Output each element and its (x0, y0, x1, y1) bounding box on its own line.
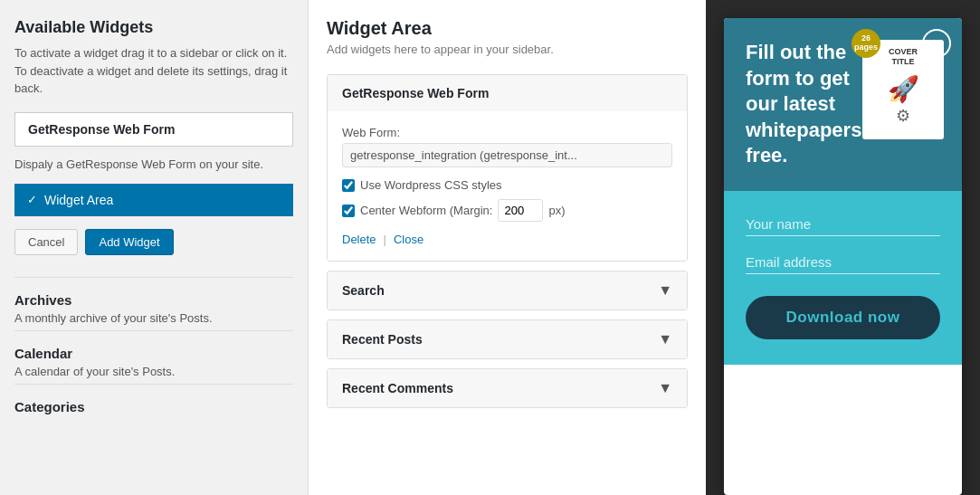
recent-posts-chevron-icon: ▼ (658, 331, 672, 347)
recent-posts-widget-header[interactable]: Recent Posts ▼ (328, 320, 687, 358)
recent-comments-widget-header[interactable]: Recent Comments ▼ (328, 369, 687, 407)
overlay-background: × Fill out the form to get our latest wh… (706, 0, 980, 495)
cover-title: COVER TITLE (889, 47, 918, 67)
popup-bottom-section: Download now (724, 191, 962, 365)
calendar-widget-item: Calendar A calendar of your site's Posts… (14, 330, 293, 384)
archives-title: Archives (14, 292, 293, 308)
available-widgets-panel: Available Widgets To activate a widget d… (0, 0, 308, 495)
widget-description: Dispaly a GetResponse Web Form on your s… (14, 157, 293, 171)
getresponse-widget-body: Web Form: Use Wordpress CSS styles Cente… (328, 111, 687, 261)
widget-actions-row: Cancel Add Widget (14, 229, 293, 255)
margin-unit: px) (548, 204, 565, 217)
widget-area-panel: Widget Area Add widgets here to appear i… (308, 0, 706, 495)
popup-close-button[interactable]: × (922, 29, 951, 58)
search-widget-section: Search ▼ (327, 271, 688, 310)
email-input[interactable] (746, 251, 940, 274)
add-widget-button[interactable]: Add Widget (85, 229, 173, 255)
getresponse-widget-section: GetResponse Web Form Web Form: Use Wordp… (327, 74, 688, 262)
calendar-title: Calendar (14, 346, 293, 361)
center-webform-label: Center Webform (Margin: (360, 204, 492, 217)
delete-link[interactable]: Delete (342, 233, 376, 246)
available-widgets-description: To activate a widget drag it to a sideba… (14, 44, 293, 98)
web-form-input[interactable] (342, 143, 672, 167)
calendar-desc: A calendar of your site's Posts. (14, 365, 293, 378)
recent-posts-widget-section: Recent Posts ▼ (327, 319, 688, 359)
web-form-label: Web Form: (342, 126, 672, 139)
categories-title: Categories (14, 399, 293, 414)
center-webform-row: Center Webform (Margin: px) (342, 199, 672, 222)
getresponse-widget-header[interactable]: GetResponse Web Form (328, 75, 687, 111)
cover-badge: 26 pages (852, 29, 880, 58)
popup-headline: Fill out the form to get our latest whit… (746, 40, 854, 169)
cover-rocket-icon: 🚀 (888, 74, 919, 104)
cancel-button[interactable]: Cancel (14, 229, 78, 255)
categories-widget-item: Categories (14, 384, 293, 424)
search-widget-header[interactable]: Search ▼ (328, 271, 687, 309)
use-css-label: Use Wordpress CSS styles (360, 178, 502, 192)
archives-desc: A monthly archive of your site's Posts. (14, 311, 293, 325)
checkmark-icon: ✓ (27, 193, 37, 206)
use-css-checkbox-row: Use Wordpress CSS styles (342, 178, 672, 192)
link-separator: | (384, 233, 386, 246)
name-input[interactable] (746, 213, 940, 236)
cover-gear-icon: ⚙ (896, 106, 910, 126)
recent-comments-widget-section: Recent Comments ▼ (327, 368, 688, 408)
email-field-container (746, 251, 940, 274)
widget-area-subtitle: Add widgets here to appear in your sideb… (327, 43, 688, 56)
close-link[interactable]: Close (394, 233, 423, 246)
widget-links: Delete | Close (342, 233, 672, 246)
center-webform-checkbox[interactable] (342, 205, 355, 217)
web-form-row: Web Form: (342, 126, 672, 167)
archives-widget-item: Archives A monthly archive of your site'… (14, 277, 293, 330)
getresponse-widget-box[interactable]: GetResponse Web Form (14, 112, 293, 147)
widget-area-selected[interactable]: ✓ Widget Area (14, 184, 293, 216)
margin-input[interactable] (498, 199, 543, 222)
search-chevron-icon: ▼ (658, 282, 672, 299)
available-widgets-title: Available Widgets (14, 18, 293, 37)
download-now-button[interactable]: Download now (746, 296, 940, 339)
popup-modal: × Fill out the form to get our latest wh… (724, 18, 962, 495)
recent-comments-chevron-icon: ▼ (658, 380, 672, 396)
widget-area-title: Widget Area (327, 18, 688, 39)
use-css-checkbox[interactable] (342, 179, 355, 192)
name-field-container (746, 213, 940, 236)
